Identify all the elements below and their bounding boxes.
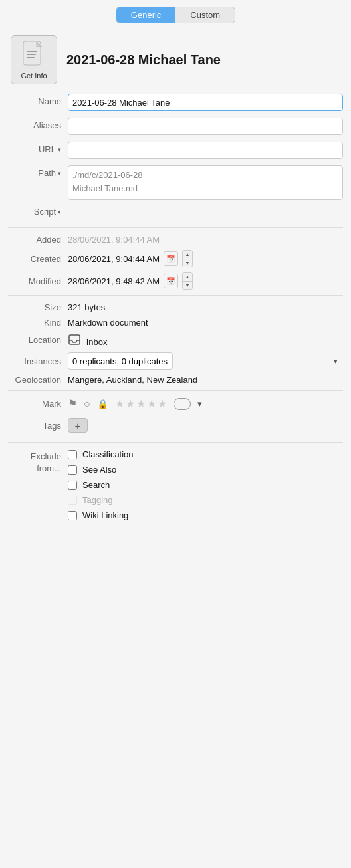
exclude-wiki-linking-checkbox[interactable] — [68, 511, 77, 520]
tab-generic[interactable]: Generic — [116, 7, 176, 23]
header: Get Info 2021-06-28 Michael Tane — [0, 31, 351, 94]
added-row: Added 28/06/2021, 9:04:44 AM — [8, 235, 343, 245]
dates-section: Added 28/06/2021, 9:04:44 AM Created 28/… — [0, 235, 351, 290]
exclude-classification-row: Classification — [68, 449, 134, 459]
exclude-section: Excludefrom... Classification See Also S… — [0, 449, 351, 534]
url-row: URL ▾ — [8, 142, 343, 159]
name-input[interactable] — [68, 94, 343, 111]
exclude-see-also-row: See Also — [68, 465, 134, 475]
modified-stepper-down[interactable]: ▼ — [183, 282, 192, 290]
exclude-tagging-label: Tagging — [82, 495, 113, 505]
modified-calendar-button[interactable]: 📅 — [164, 274, 178, 288]
star-rating: ★ ★ ★ ★ ★ — [115, 397, 167, 410]
exclude-search-checkbox[interactable] — [68, 481, 77, 490]
star-2[interactable]: ★ — [126, 397, 135, 410]
tags-label: Tags — [8, 421, 68, 431]
divider-2 — [8, 295, 343, 296]
circle-icon[interactable]: ○ — [84, 398, 90, 410]
divider-3 — [8, 390, 343, 391]
svg-rect-1 — [27, 51, 37, 52]
aliases-label: Aliases — [8, 118, 68, 130]
name-row: Name — [8, 94, 343, 111]
exclude-options: Classification See Also Search Tagging W — [68, 449, 134, 520]
inbox-icon — [68, 333, 81, 346]
page-title: 2021-06-28 Michael Tane — [66, 52, 221, 68]
modified-stepper-up[interactable]: ▲ — [183, 273, 192, 282]
location-value: Inbox — [68, 333, 107, 347]
script-label: Script ▾ — [8, 207, 68, 217]
exclude-classification-label[interactable]: Classification — [82, 449, 134, 459]
modified-row: Modified 28/06/2021, 9:48:42 AM 📅 ▲ ▼ — [8, 272, 343, 290]
size-value: 321 bytes — [68, 302, 105, 312]
exclude-classification-checkbox[interactable] — [68, 450, 77, 459]
star-3[interactable]: ★ — [136, 397, 146, 410]
mark-icons: ⚑ ○ 🔒 ★ ★ ★ ★ ★ ▾ — [68, 397, 202, 410]
mark-section: Mark ⚑ ○ 🔒 ★ ★ ★ ★ ★ ▾ Tags + — [0, 397, 351, 433]
file-icon — [22, 40, 46, 69]
svg-rect-2 — [27, 54, 36, 55]
created-value: 28/06/2021, 9:04:44 AM 📅 ▲ ▼ — [68, 250, 193, 267]
tags-row: Tags + — [8, 418, 343, 433]
divider-1 — [8, 227, 343, 228]
url-label: URL ▾ — [8, 142, 68, 154]
modified-stepper: ▲ ▼ — [182, 272, 193, 290]
mark-more-button[interactable]: ▾ — [197, 399, 202, 409]
lock-icon[interactable]: 🔒 — [97, 399, 108, 409]
exclude-wiki-linking-label[interactable]: Wiki Linking — [82, 510, 128, 520]
kind-value: Markdown document — [68, 318, 148, 328]
size-label: Size — [8, 302, 68, 312]
created-stepper-down[interactable]: ▼ — [183, 259, 192, 267]
get-info-button[interactable]: Get Info — [11, 35, 57, 84]
get-info-label: Get Info — [21, 72, 47, 80]
exclude-see-also-label[interactable]: See Also — [82, 465, 116, 475]
link-icon[interactable] — [174, 398, 191, 410]
kind-label: Kind — [8, 318, 68, 328]
geolocation-row: Geolocation Mangere, Auckland, New Zeala… — [8, 375, 343, 385]
info-section: Size 321 bytes Kind Markdown document Lo… — [0, 302, 351, 385]
size-row: Size 321 bytes — [8, 302, 343, 312]
location-label: Location — [8, 335, 68, 345]
instances-select[interactable]: 0 replicants, 0 duplicates — [68, 352, 173, 370]
tab-custom[interactable]: Custom — [176, 7, 235, 23]
url-input[interactable] — [68, 142, 343, 159]
modified-value: 28/06/2021, 9:48:42 AM 📅 ▲ ▼ — [68, 272, 193, 290]
url-arrow-icon: ▾ — [58, 146, 61, 153]
added-label: Added — [8, 235, 68, 245]
exclude-see-also-checkbox[interactable] — [68, 465, 77, 475]
star-5[interactable]: ★ — [158, 397, 167, 410]
star-1[interactable]: ★ — [115, 397, 124, 410]
created-row: Created 28/06/2021, 9:04:44 AM 📅 ▲ ▼ — [8, 250, 343, 267]
path-arrow-icon: ▾ — [58, 170, 61, 177]
name-label: Name — [8, 94, 68, 106]
mark-label: Mark — [8, 399, 68, 409]
aliases-row: Aliases — [8, 118, 343, 135]
modified-label: Modified — [8, 276, 68, 286]
path-label: Path ▾ — [8, 165, 68, 178]
created-label: Created — [8, 254, 68, 264]
exclude-label: Excludefrom... — [8, 449, 68, 475]
tab-group: Generic Custom — [116, 7, 235, 23]
mark-row: Mark ⚑ ○ 🔒 ★ ★ ★ ★ ★ ▾ — [8, 397, 343, 410]
geolocation-value: Mangere, Auckland, New Zealand — [68, 375, 197, 385]
exclude-tagging-checkbox — [68, 496, 77, 505]
exclude-search-row: Search — [68, 480, 134, 490]
instances-select-wrapper: 0 replicants, 0 duplicates — [68, 352, 343, 370]
exclude-row: Excludefrom... Classification See Also S… — [8, 449, 343, 520]
added-value: 28/06/2021, 9:04:44 AM — [68, 235, 160, 245]
script-row: Script ▾ — [8, 207, 343, 217]
aliases-input[interactable] — [68, 118, 343, 135]
created-stepper-up[interactable]: ▲ — [183, 251, 192, 259]
geolocation-label: Geolocation — [8, 375, 68, 385]
instances-row: Instances 0 replicants, 0 duplicates — [8, 352, 343, 370]
created-stepper: ▲ ▼ — [182, 250, 193, 267]
tab-bar: Generic Custom — [0, 0, 351, 31]
instances-label: Instances — [8, 356, 68, 366]
star-4[interactable]: ★ — [147, 397, 156, 410]
flag-icon[interactable]: ⚑ — [68, 397, 77, 410]
exclude-wiki-linking-row: Wiki Linking — [68, 510, 134, 520]
exclude-search-label[interactable]: Search — [82, 480, 110, 490]
divider-4 — [8, 442, 343, 443]
add-tag-button[interactable]: + — [68, 418, 88, 433]
created-calendar-button[interactable]: 📅 — [164, 251, 178, 266]
form-section: Name Aliases URL ▾ Path ▾ ./md/c/2021-06… — [0, 94, 351, 217]
